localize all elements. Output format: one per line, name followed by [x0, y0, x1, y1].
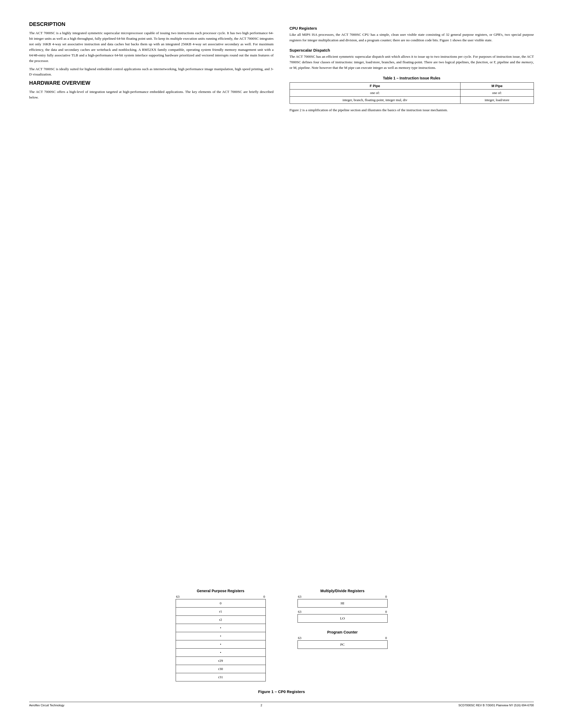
mdr-lo-table: LO	[298, 614, 388, 623]
description-title: DESCRIPTION	[29, 21, 274, 27]
figures-section: General Purpose Registers 63 0 0 r1 r2 •…	[29, 589, 534, 694]
description-para2: The ACT 7000SC is ideally suited for hig…	[29, 66, 274, 78]
table-row: r30	[176, 665, 265, 673]
gpr-section: General Purpose Registers 63 0 0 r1 r2 •…	[176, 589, 266, 681]
right-registers-section: Multiply/Divide Registers 63 0 HI 63	[298, 589, 388, 656]
table-row: •	[176, 640, 265, 649]
footer-page-number: 2	[261, 704, 262, 707]
mdr-section: Multiply/Divide Registers 63 0 HI 63	[298, 589, 388, 623]
pc-table: PC	[298, 640, 388, 649]
gpr-row-r31: r31	[176, 673, 265, 681]
superscalar-dispatch-title: Superscalar Dispatch	[290, 48, 534, 52]
gpr-title: General Purpose Registers	[197, 589, 244, 593]
table-row: one of: one of:	[290, 89, 534, 96]
table-follow-text: Figure 2 is a simplification of the pipe…	[290, 107, 534, 113]
table-row: r2	[176, 616, 265, 624]
superscalar-dispatch-para1: The ACT 7000SC has an efficient symmetri…	[290, 54, 534, 71]
table-row: r1	[176, 608, 265, 616]
gpr-row-r29: r29	[176, 657, 265, 665]
figure-caption: Figure 1 – CP0 Registers	[258, 689, 305, 694]
cpu-registers-para1: Like all MIPS ISA processors, the ACT 70…	[290, 32, 534, 43]
gpr-row-r1: r1	[176, 608, 265, 616]
table-title: Table 1 – Instruction Issue Rules	[290, 76, 534, 80]
table-row: •	[176, 632, 265, 640]
description-para1: The ACT 7000SC is a highly integrated sy…	[29, 30, 274, 64]
gpr-bit-low: 0	[263, 595, 265, 599]
mdr-hi-table: HI	[298, 599, 388, 608]
gpr-bit-labels: 63 0	[176, 595, 266, 599]
gpr-bit-high: 63	[176, 595, 180, 599]
footer-left: Aeroflex Circuit Technology	[29, 704, 64, 707]
gpr-row-r2: r2	[176, 616, 265, 624]
mdr-hi-label: HI	[298, 599, 387, 608]
mdr-hi-bit-labels: 63 0	[298, 595, 388, 599]
gpr-row-dot2: •	[176, 632, 265, 640]
table-col1-header: F Pipe	[290, 82, 460, 89]
instruction-issue-table: F Pipe M Pipe one of: one of: integer, b…	[290, 82, 534, 104]
table-row: PC	[298, 641, 387, 649]
right-column: CPU Registers Like all MIPS ISA processo…	[290, 21, 534, 581]
gpr-row-dot4: •	[176, 649, 265, 657]
page-footer: Aeroflex Circuit Technology 2 SCD7000SC …	[29, 702, 534, 707]
left-column: DESCRIPTION The ACT 7000SC is a highly i…	[29, 21, 274, 581]
pc-bit-labels: 63 0	[298, 636, 388, 640]
pc-title: Program Counter	[298, 630, 388, 634]
gpr-row-0: 0	[176, 599, 265, 608]
table-row1-col1: one of:	[290, 89, 460, 96]
table-row: r29	[176, 657, 265, 665]
table-row2-col1: integer, branch, floating-point, integer…	[290, 96, 460, 104]
pc-bit-low: 0	[385, 636, 387, 640]
table-row2-col2: integer, load/store	[460, 96, 534, 104]
hardware-overview-para1: The ACT 7000SC offers a high-level of in…	[29, 89, 274, 100]
table-row: integer, branch, floating-point, integer…	[290, 96, 534, 104]
mdr-lo-bit-high: 63	[298, 610, 302, 614]
table-row: HI	[298, 599, 387, 608]
table-row: 0	[176, 599, 265, 608]
mdr-hi-bit-low: 0	[385, 595, 387, 599]
table-row: LO	[298, 614, 387, 623]
mdr-lo-label: LO	[298, 614, 387, 623]
table-row: r31	[176, 673, 265, 681]
mdr-title: Multiply/Divide Registers	[298, 589, 388, 593]
pc-label: PC	[298, 641, 387, 649]
page: DESCRIPTION The ACT 7000SC is a highly i…	[0, 0, 563, 728]
mdr-lo-bit-labels: 63 0	[298, 610, 388, 614]
footer-right: SCD7000SC REV B 7/30/01 Plainview NY (51…	[458, 704, 534, 707]
gpr-row-dot1: •	[176, 624, 265, 632]
gpr-row-r30: r30	[176, 665, 265, 673]
cpu-registers-title: CPU Registers	[290, 26, 534, 30]
hardware-overview-title: HARDWARE OVERVIEW	[29, 80, 274, 86]
table-col2-header: M Pipe	[460, 82, 534, 89]
pc-section: Program Counter 63 0 PC	[298, 630, 388, 649]
gpr-row-dot3: •	[176, 640, 265, 649]
mdr-lo-bit-low: 0	[385, 610, 387, 614]
gpr-table: 0 r1 r2 • • • • r29 r30 r31	[176, 599, 266, 681]
table-row1-col2: one of:	[460, 89, 534, 96]
mdr-hi-bit-high: 63	[298, 595, 302, 599]
table-row: •	[176, 624, 265, 632]
table-row: •	[176, 649, 265, 657]
pc-bit-high: 63	[298, 636, 302, 640]
